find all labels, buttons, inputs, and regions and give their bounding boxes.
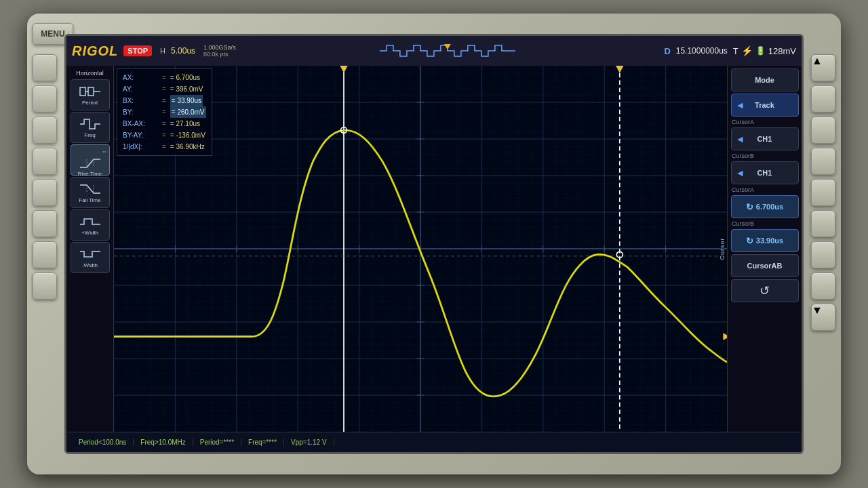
sample-info: 1.000GSa/s 60.0k pts	[203, 44, 236, 58]
status-badge: STOP	[123, 45, 152, 56]
svg-rect-1	[80, 87, 85, 96]
cursorB-value-button[interactable]: ↻ 33.90us	[731, 229, 799, 252]
svg-marker-0	[444, 44, 451, 49]
sidebar-freq[interactable]: Freq	[71, 112, 110, 143]
left-sidebar: Horizontal Period	[66, 66, 114, 432]
ax-key: AX:	[123, 72, 158, 83]
sample-rate: 1.000GSa/s	[203, 44, 236, 51]
sidebar-period[interactable]: Period	[71, 79, 110, 110]
cursorB-label: CursorB	[730, 152, 799, 159]
cursorA-label: CursorA	[730, 119, 799, 125]
byay-val: = -136.0mV	[170, 129, 205, 141]
status-bar: Period<100.0ns Freq>10.0MHz Period=**** …	[66, 432, 802, 452]
status-vpp: Vpp=1.12 V	[284, 439, 334, 446]
left-btn-6[interactable]	[33, 210, 57, 237]
svg-rect-2	[88, 87, 94, 96]
sidebar-risetime[interactable]: •• Rise Time	[71, 144, 110, 176]
t-label: T	[733, 46, 738, 56]
sidebar-falltime[interactable]: Fall Time	[71, 177, 110, 208]
sidebar-nwidth[interactable]: -Width	[71, 242, 110, 273]
battery-icon: 🔋	[755, 46, 766, 56]
right-btn-down[interactable]: ▼	[811, 304, 835, 331]
cursorB-value: 33.90us	[756, 237, 783, 245]
dots-indicator: ••	[71, 144, 109, 156]
pwidth-icon	[78, 214, 102, 229]
right-btn-up[interactable]: ▲	[811, 54, 835, 81]
waveform-container: Horizontal Period	[66, 66, 802, 432]
track-button[interactable]: ◄ Track	[731, 94, 799, 117]
header-bar: RIGOL STOP H 5.00us 1.000GSa/s 60.0k pts…	[66, 36, 802, 66]
measurements-panel: AX: = = 6.700us AY: = = 396.0mV BX: = = …	[117, 68, 212, 156]
h-label: H	[160, 47, 165, 55]
left-btn-3[interactable]	[33, 117, 57, 144]
ay-val: = 396.0mV	[170, 83, 203, 95]
left-btn-7[interactable]	[33, 241, 57, 268]
cursorB-value-label: CursorB	[730, 220, 799, 227]
right-btn-3[interactable]	[811, 148, 835, 175]
reset-button[interactable]: ↺	[731, 279, 799, 302]
bxax-key: BX-AX:	[123, 118, 158, 129]
ay-key: AY:	[123, 83, 158, 95]
d-label: D	[664, 46, 670, 56]
byay-key: BY-AY:	[123, 129, 158, 141]
by-key: BY:	[123, 106, 158, 118]
track-arrow-icon: ◄	[736, 100, 745, 110]
rigol-logo: RIGOL	[72, 43, 118, 59]
track-label: Track	[755, 101, 774, 109]
pwidth-label: +Width	[81, 230, 98, 236]
sidebar-pwidth[interactable]: +Width	[71, 209, 110, 241]
by-val: = 260.0mV	[170, 106, 206, 118]
cursorA-ch-label: CH1	[757, 135, 772, 143]
nwidth-label: -Width	[82, 262, 98, 268]
period-label: Period	[82, 100, 98, 106]
cursorA-value-button[interactable]: ↻ 6.700us	[731, 195, 799, 218]
risetime-icon	[78, 157, 102, 170]
screen: RIGOL STOP H 5.00us 1.000GSa/s 60.0k pts…	[64, 34, 804, 454]
status-period-lt: Period<100.0ns	[72, 439, 134, 446]
right-btn-5[interactable]	[811, 210, 835, 237]
main-display: AX: = = 6.700us AY: = = 396.0mV BX: = = …	[114, 66, 727, 432]
invdx-key: 1/|dX|:	[123, 141, 158, 152]
nwidth-icon	[78, 247, 102, 262]
cursorA-arrow-icon: ◄	[736, 134, 745, 144]
cursorA-ch-button[interactable]: ◄ CH1	[731, 127, 799, 150]
cursorB-ch-label: CH1	[757, 169, 772, 177]
right-btn-1[interactable]	[811, 85, 835, 113]
cursorA-value: 6.700us	[756, 203, 783, 211]
right-side-buttons: ▲ ▼	[811, 54, 835, 331]
right-panel: Mode ◄ Track CursorA ◄ CH1 CursorB ◄ CH1	[727, 66, 802, 432]
bx-key: BX:	[123, 95, 158, 106]
trigger-voltage: 128mV	[768, 46, 796, 56]
cursorAB-button[interactable]: CursorAB	[731, 254, 799, 277]
right-btn-2[interactable]	[811, 117, 835, 144]
left-side-buttons	[33, 54, 57, 300]
falltime-icon	[78, 182, 102, 197]
mode-button[interactable]: Mode	[731, 68, 799, 92]
cursorB-arrow-icon: ◄	[736, 167, 745, 178]
right-btn-4[interactable]	[811, 179, 835, 206]
left-btn-4[interactable]	[33, 148, 57, 175]
status-freq-gt: Freq>10.0MHz	[134, 439, 193, 446]
left-btn-1[interactable]	[33, 54, 57, 81]
oscilloscope-body: MENU ▲ ▼ RIGOL STOP H 5.00us 1.000GSa/s	[27, 14, 841, 474]
right-btn-7[interactable]	[811, 272, 835, 300]
risetime-label: Rise Time	[78, 171, 102, 177]
falltime-label: Fall Time	[79, 197, 100, 203]
sidebar-header: Horizontal	[68, 68, 112, 78]
freq-label: Freq	[84, 132, 95, 138]
cursorB-ch-button[interactable]: ◄ CH1	[731, 161, 799, 184]
status-freq-eq: Freq=****	[241, 439, 284, 446]
right-btn-6[interactable]	[811, 241, 835, 268]
power-icon: ⚡	[741, 45, 753, 56]
cursorA-clock-icon: ↻	[746, 202, 753, 212]
left-btn-8[interactable]	[33, 272, 57, 300]
left-btn-2[interactable]	[33, 85, 57, 113]
points: 60.0k pts	[203, 51, 236, 58]
t-section: T ⚡ 🔋 128mV	[733, 45, 796, 56]
cursorA-value-label: CursorA	[730, 186, 799, 193]
freq-icon	[78, 117, 102, 131]
period-icon	[78, 84, 102, 99]
cursor-label: Cursor	[719, 237, 726, 260]
left-btn-5[interactable]	[33, 179, 57, 206]
cursorB-clock-icon: ↻	[746, 236, 753, 246]
